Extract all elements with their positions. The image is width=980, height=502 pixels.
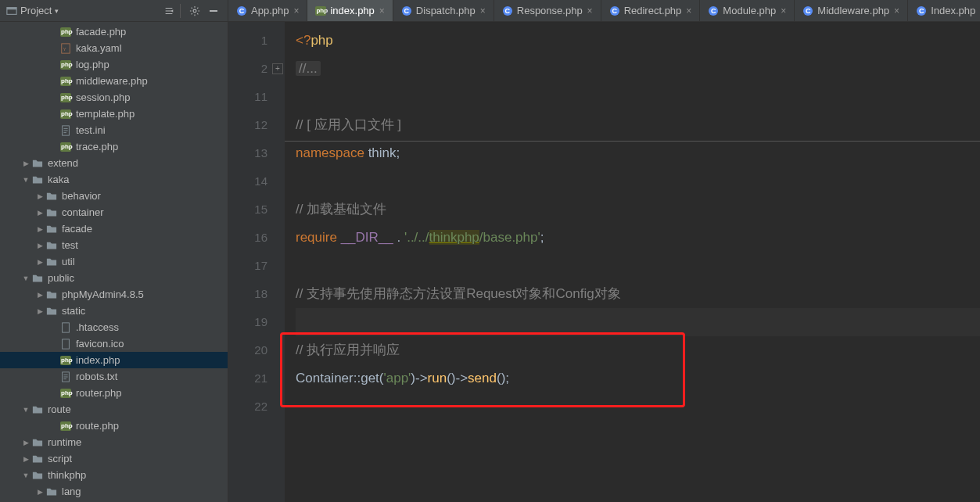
tree-item-label: log.php	[76, 59, 109, 70]
path-link[interactable]: thinkphp	[429, 230, 479, 245]
tree-expand-arrow[interactable]: ▶	[34, 192, 45, 200]
tree-item-favicon-ico[interactable]: favicon.ico	[0, 335, 228, 352]
class-icon: C	[916, 5, 927, 16]
folder-icon	[45, 289, 58, 301]
tree-item-lang[interactable]: ▶lang	[0, 483, 228, 500]
tree-item-router-php[interactable]: phprouter.php	[0, 385, 228, 401]
tree-expand-arrow[interactable]: ▶	[34, 209, 45, 217]
tree-expand-arrow[interactable]: ▶	[34, 488, 45, 496]
editor-tab-response-php[interactable]: CResponse.php×	[494, 0, 601, 21]
tree-item-facade[interactable]: ▶facade	[0, 221, 228, 237]
tree-item-route-php[interactable]: phproute.php	[0, 418, 228, 434]
tab-label: App.php	[251, 5, 289, 16]
tree-item-template-php[interactable]: phptemplate.php	[0, 106, 228, 122]
tree-expand-arrow[interactable]: ▶	[34, 291, 45, 299]
tab-label: Redirect.php	[624, 5, 682, 16]
tree-item-label: favicon.ico	[76, 338, 124, 350]
close-icon[interactable]: ×	[293, 5, 299, 16]
tree-item-trace-php[interactable]: phptrace.php	[0, 138, 228, 155]
tree-item-route[interactable]: ▼route	[0, 401, 228, 418]
tree-item-robots-txt[interactable]: robots.txt	[0, 368, 228, 385]
tree-item--htaccess[interactable]: .htaccess	[0, 319, 228, 335]
editor-tab-module-php[interactable]: CModule.php×	[700, 0, 795, 21]
fold-expand-icon[interactable]: +	[272, 63, 283, 74]
tree-expand-arrow[interactable]: ▶	[34, 242, 45, 249]
tree-item-test-ini[interactable]: test.ini	[0, 122, 228, 138]
hide-icon[interactable]	[206, 3, 221, 19]
close-icon[interactable]: ×	[379, 5, 385, 16]
tree-item-label: test	[62, 239, 78, 251]
tree-expand-arrow[interactable]: ▼	[20, 176, 31, 184]
close-icon[interactable]: ×	[480, 5, 486, 16]
gear-icon[interactable]	[187, 3, 203, 19]
tree-item-log-php[interactable]: phplog.php	[0, 56, 228, 73]
editor-tab-app-php[interactable]: CApp.php×	[228, 0, 307, 21]
tree-item-kaka-yaml[interactable]: Ykaka.yaml	[0, 40, 228, 56]
folder-icon	[45, 305, 58, 317]
tree-expand-arrow[interactable]: ▶	[20, 455, 31, 463]
chevron-down-icon[interactable]: ▾	[55, 7, 59, 15]
editor-tab-middleware-php[interactable]: CMiddleware.php×	[795, 0, 908, 21]
autoscroll-from-source-icon[interactable]	[161, 3, 177, 19]
line-number: 11	[228, 83, 285, 111]
editor-tab-dispatch-php[interactable]: CDispatch.php×	[393, 0, 494, 21]
tree-item-static[interactable]: ▶static	[0, 303, 228, 319]
tree-expand-arrow[interactable]: ▶	[34, 225, 45, 233]
file-icon	[59, 321, 72, 334]
tree-item-extend[interactable]: ▶extend	[0, 155, 228, 171]
tree-item-thinkphp[interactable]: ▼thinkphp	[0, 467, 228, 483]
txt-icon	[59, 124, 72, 137]
project-icon	[6, 5, 17, 16]
tree-item-kaka[interactable]: ▼kaka	[0, 171, 228, 188]
tree-expand-arrow[interactable]: ▼	[20, 472, 31, 479]
class-icon: C	[502, 5, 513, 16]
tree-item-container[interactable]: ▶container	[0, 204, 228, 221]
svg-rect-8	[63, 339, 70, 348]
tree-expand-arrow[interactable]: ▶	[34, 307, 45, 315]
tree-item-label: kaka.yaml	[76, 42, 122, 54]
tree-expand-arrow[interactable]: ▶	[20, 439, 31, 446]
editor-tab-index-php[interactable]: phpindex.php×	[307, 0, 393, 21]
close-icon[interactable]: ×	[587, 5, 593, 16]
tree-item-util[interactable]: ▶util	[0, 253, 228, 270]
tree-expand-arrow[interactable]: ▶	[34, 258, 45, 266]
close-icon[interactable]: ×	[781, 5, 786, 16]
php-icon: php	[59, 26, 72, 38]
editor-tab-index-php[interactable]: CIndex.php×	[908, 0, 980, 21]
tree-item-facade-php[interactable]: phpfacade.php	[0, 23, 228, 40]
code-editor[interactable]: 12+111213141516171819202122 <?php //... …	[228, 22, 980, 502]
folder-icon	[45, 486, 58, 498]
line-number: 1	[228, 27, 285, 55]
svg-rect-3	[210, 10, 217, 12]
tree-item-label: static	[62, 305, 85, 317]
tree-item-test[interactable]: ▶test	[0, 237, 228, 253]
tree-item-public[interactable]: ▼public	[0, 270, 228, 286]
tree-item-script[interactable]: ▶script	[0, 450, 228, 467]
file-icon	[59, 338, 72, 350]
editor-tab-redirect-php[interactable]: CRedirect.php×	[601, 0, 701, 21]
close-icon[interactable]: ×	[686, 5, 691, 16]
folder-icon	[45, 206, 58, 219]
comment: // 加载基础文件	[296, 202, 386, 217]
tree-item-session-php[interactable]: phpsession.php	[0, 89, 228, 106]
folder-icon	[31, 436, 44, 449]
close-icon[interactable]: ×	[894, 5, 899, 16]
tree-expand-arrow[interactable]: ▼	[20, 406, 31, 414]
php-icon: php	[59, 354, 72, 367]
tree-item-behavior[interactable]: ▶behavior	[0, 188, 228, 204]
project-tree[interactable]: phpfacade.phpYkaka.yamlphplog.phpphpmidd…	[0, 22, 228, 502]
code-area[interactable]: <?php //... // [ 应用入口文件 ] namespace thin…	[285, 22, 980, 502]
tree-item-label: facade.php	[76, 26, 126, 38]
folded-region[interactable]: //...	[296, 61, 321, 76]
tree-expand-arrow[interactable]: ▶	[20, 160, 31, 167]
line-number: 22	[228, 393, 285, 421]
tree-item-middleware-php[interactable]: phpmiddleware.php	[0, 73, 228, 89]
tree-item-label: behavior	[62, 190, 101, 202]
sidebar-header: Project ▾	[0, 0, 228, 22]
tree-item-label: .htaccess	[76, 321, 119, 333]
tree-item-index-php[interactable]: phpindex.php	[0, 352, 228, 368]
tree-item-label: route.php	[76, 420, 119, 432]
tree-expand-arrow[interactable]: ▼	[20, 274, 31, 282]
tree-item-phpmyadmin4-8-5[interactable]: ▶phpMyAdmin4.8.5	[0, 286, 228, 303]
tree-item-runtime[interactable]: ▶runtime	[0, 434, 228, 450]
